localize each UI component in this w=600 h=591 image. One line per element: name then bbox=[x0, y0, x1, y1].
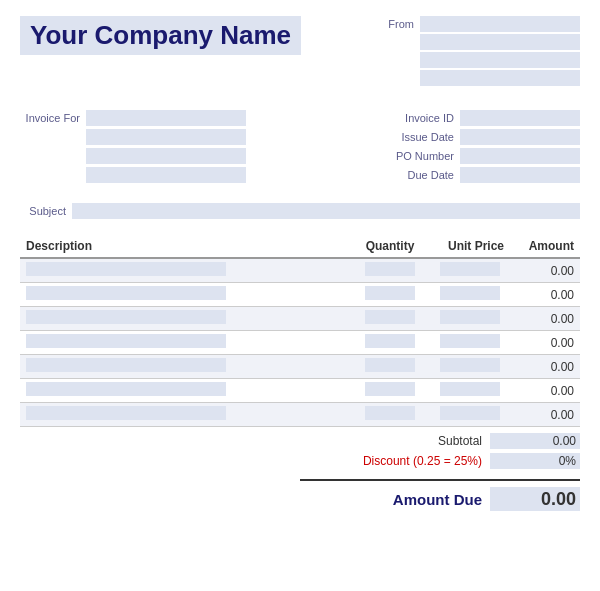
from-label: From bbox=[386, 18, 414, 30]
unit-field-2[interactable] bbox=[440, 310, 500, 324]
col-quantity: Quantity bbox=[350, 235, 430, 258]
invoice-id-row: Invoice ID bbox=[384, 110, 580, 126]
amount-cell-0: 0.00 bbox=[510, 258, 580, 283]
desc-field-4[interactable] bbox=[26, 358, 226, 372]
client-addr2-row bbox=[20, 148, 246, 164]
totals-section: Subtotal 0.00 Discount (0.25 = 25%) 0% A… bbox=[20, 433, 580, 511]
discount-value[interactable]: 0% bbox=[490, 453, 580, 469]
client-addr2-field[interactable] bbox=[86, 148, 246, 164]
client-addr1-row bbox=[20, 129, 246, 145]
unit-field-1[interactable] bbox=[440, 286, 500, 300]
po-number-label: PO Number bbox=[384, 150, 454, 162]
desc-cell-0 bbox=[20, 258, 350, 283]
po-number-row: PO Number bbox=[384, 148, 580, 164]
table-row: 0.00 bbox=[20, 379, 580, 403]
from-city-field[interactable] bbox=[420, 70, 580, 86]
unit-cell-0 bbox=[430, 258, 510, 283]
desc-field-5[interactable] bbox=[26, 382, 226, 396]
unit-cell-3 bbox=[430, 331, 510, 355]
invoice-id-label: Invoice ID bbox=[384, 112, 454, 124]
unit-cell-1 bbox=[430, 283, 510, 307]
qty-cell-0 bbox=[350, 258, 430, 283]
qty-field-3[interactable] bbox=[365, 334, 415, 348]
table-row: 0.00 bbox=[20, 355, 580, 379]
due-date-label: Due Date bbox=[384, 169, 454, 181]
amount-cell-5: 0.00 bbox=[510, 379, 580, 403]
from-addr2-field[interactable] bbox=[420, 52, 580, 68]
qty-cell-2 bbox=[350, 307, 430, 331]
unit-cell-6 bbox=[430, 403, 510, 427]
from-addr1-field[interactable] bbox=[420, 34, 580, 50]
invoice-for-section: Invoice For bbox=[20, 110, 246, 183]
invoice-for-label-row: Invoice For bbox=[20, 110, 246, 126]
table-row: 0.00 bbox=[20, 283, 580, 307]
table-row: 0.00 bbox=[20, 331, 580, 355]
qty-field-6[interactable] bbox=[365, 406, 415, 420]
amount-cell-1: 0.00 bbox=[510, 283, 580, 307]
qty-cell-1 bbox=[350, 283, 430, 307]
desc-field-6[interactable] bbox=[26, 406, 226, 420]
unit-cell-4 bbox=[430, 355, 510, 379]
qty-field-5[interactable] bbox=[365, 382, 415, 396]
qty-field-0[interactable] bbox=[365, 262, 415, 276]
due-date-field[interactable] bbox=[460, 167, 580, 183]
qty-cell-5 bbox=[350, 379, 430, 403]
desc-cell-3 bbox=[20, 331, 350, 355]
from-addr1-row bbox=[386, 34, 580, 50]
discount-row: Discount (0.25 = 25%) 0% bbox=[300, 453, 580, 469]
unit-cell-2 bbox=[430, 307, 510, 331]
invoice-wrapper: Your Company Name From Invoice Fo bbox=[0, 0, 600, 531]
amount-due-value: 0.00 bbox=[490, 487, 580, 511]
desc-cell-4 bbox=[20, 355, 350, 379]
table-row: 0.00 bbox=[20, 403, 580, 427]
unit-field-5[interactable] bbox=[440, 382, 500, 396]
client-city-field[interactable] bbox=[86, 167, 246, 183]
issue-date-label: Issue Date bbox=[384, 131, 454, 143]
issue-date-field[interactable] bbox=[460, 129, 580, 145]
company-name: Your Company Name bbox=[20, 16, 301, 55]
client-addr1-field[interactable] bbox=[86, 129, 246, 145]
desc-field-2[interactable] bbox=[26, 310, 226, 324]
desc-field-3[interactable] bbox=[26, 334, 226, 348]
unit-field-4[interactable] bbox=[440, 358, 500, 372]
subject-field[interactable] bbox=[72, 203, 580, 219]
subtotal-row: Subtotal 0.00 bbox=[300, 433, 580, 449]
po-number-field[interactable] bbox=[460, 148, 580, 164]
desc-cell-1 bbox=[20, 283, 350, 307]
subject-section: Subject bbox=[20, 203, 580, 219]
unit-field-3[interactable] bbox=[440, 334, 500, 348]
from-city-row bbox=[386, 70, 580, 86]
subtotal-value: 0.00 bbox=[490, 433, 580, 449]
client-city-row bbox=[20, 167, 246, 183]
desc-cell-6 bbox=[20, 403, 350, 427]
subject-label: Subject bbox=[20, 205, 66, 217]
discount-label: Discount (0.25 = 25%) bbox=[362, 454, 482, 468]
qty-field-1[interactable] bbox=[365, 286, 415, 300]
desc-field-0[interactable] bbox=[26, 262, 226, 276]
mid-section: Invoice For Invoice ID Issue Da bbox=[20, 110, 580, 183]
from-label-row: From bbox=[386, 16, 580, 32]
amount-cell-3: 0.00 bbox=[510, 331, 580, 355]
unit-field-6[interactable] bbox=[440, 406, 500, 420]
subtotal-label: Subtotal bbox=[362, 434, 482, 448]
from-section: From bbox=[386, 16, 580, 86]
due-date-row: Due Date bbox=[384, 167, 580, 183]
invoice-id-field[interactable] bbox=[460, 110, 580, 126]
issue-date-row: Issue Date bbox=[384, 129, 580, 145]
from-name-field[interactable] bbox=[420, 16, 580, 32]
unit-field-0[interactable] bbox=[440, 262, 500, 276]
qty-field-2[interactable] bbox=[365, 310, 415, 324]
from-addr2-row bbox=[386, 52, 580, 68]
client-name-field[interactable] bbox=[86, 110, 246, 126]
table-row: 0.00 bbox=[20, 258, 580, 283]
invoice-header: Your Company Name From bbox=[20, 16, 580, 86]
desc-field-1[interactable] bbox=[26, 286, 226, 300]
invoice-meta-section: Invoice ID Issue Date PO Number Due Date bbox=[384, 110, 580, 183]
line-items-table: Description Quantity Unit Price Amount 0… bbox=[20, 235, 580, 427]
desc-cell-2 bbox=[20, 307, 350, 331]
col-description: Description bbox=[20, 235, 350, 258]
table-header-row: Description Quantity Unit Price Amount bbox=[20, 235, 580, 258]
qty-field-4[interactable] bbox=[365, 358, 415, 372]
col-amount: Amount bbox=[510, 235, 580, 258]
unit-cell-5 bbox=[430, 379, 510, 403]
